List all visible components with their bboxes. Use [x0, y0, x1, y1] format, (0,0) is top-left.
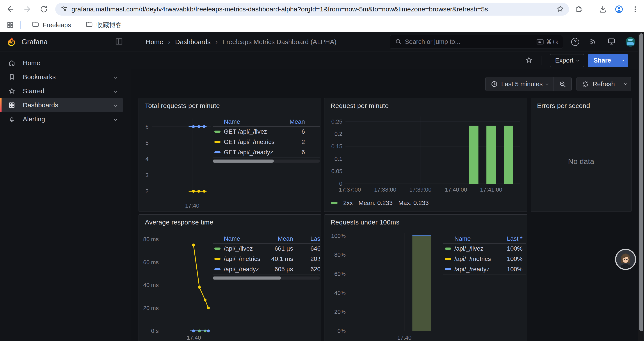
legend-header-name[interactable]: Name	[224, 118, 320, 125]
tv-mode-icon[interactable]	[607, 37, 616, 47]
legend-header-mean[interactable]: Mean	[290, 118, 305, 125]
sidebar-toggle-icon[interactable]	[115, 37, 123, 47]
series-mean: 6	[302, 149, 305, 156]
series-name[interactable]: 2xx	[343, 199, 353, 206]
legend-row: GET /api/_/metrics 2	[212, 137, 320, 147]
legend-scrollbar[interactable]	[212, 160, 320, 163]
series-swatch	[214, 247, 220, 250]
legend-header-name[interactable]: Name	[224, 235, 320, 242]
svg-text:40%: 40%	[334, 290, 346, 296]
zoom-out-time-button[interactable]	[554, 77, 572, 91]
breadcrumb-separator: ›	[168, 38, 170, 46]
profile-icon[interactable]	[614, 5, 624, 14]
search-box[interactable]: ⌘+k	[390, 35, 563, 49]
toolbar-divider	[591, 6, 592, 13]
bookmark-folder-freeleaps[interactable]: Freeleaps	[28, 19, 74, 31]
chevron-down-icon[interactable]	[114, 76, 117, 79]
average-response-time-chart[interactable]: 80 ms60 ms40 ms20 ms0 s17:40	[142, 228, 214, 341]
svg-text:3: 3	[146, 172, 148, 178]
search-icon	[395, 38, 402, 46]
legend-header-last[interactable]: Last *	[507, 235, 522, 242]
scrollbar-thumb[interactable]	[640, 33, 643, 331]
legend-table: Name Last * /api/_/livez 100% /api/_/met…	[443, 234, 526, 274]
svg-text:60 ms: 60 ms	[143, 259, 159, 265]
star-icon	[8, 88, 15, 95]
news-rss-icon[interactable]	[589, 38, 597, 46]
svg-text:17:40: 17:40	[397, 334, 412, 341]
series-name[interactable]: GET /api/_/readyz	[224, 149, 320, 156]
chevron-down-icon[interactable]	[114, 104, 117, 107]
svg-text:5: 5	[146, 140, 148, 146]
panel-title[interactable]: Average response time	[145, 219, 213, 226]
sidebar-item-label: Alerting	[23, 115, 45, 123]
clock-icon	[491, 81, 498, 88]
svg-text:17:41:00: 17:41:00	[480, 186, 502, 193]
favorite-dashboard-icon[interactable]	[525, 56, 533, 65]
apps-grid-icon[interactable]	[6, 21, 14, 30]
panel-errors-per-second: Errors per second No data	[531, 98, 632, 212]
sidebar-item-label: Bookmarks	[23, 73, 56, 81]
series-name[interactable]: GET /api/_/livez	[224, 128, 320, 135]
svg-text:40 ms: 40 ms	[143, 282, 159, 288]
downloads-icon[interactable]	[598, 5, 608, 14]
page-scrollbar[interactable]	[638, 32, 644, 341]
svg-text:80 ms: 80 ms	[143, 236, 159, 242]
forward-button[interactable]	[22, 5, 32, 14]
bookmark-label: Freeleaps	[43, 22, 71, 29]
sidebar-item-alerting[interactable]: Alerting	[0, 112, 123, 126]
keyboard-shortcut: ⌘+k	[536, 38, 558, 46]
help-icon[interactable]: ?	[571, 38, 579, 46]
sidebar-item-starred[interactable]: Starred	[0, 84, 123, 98]
series-name[interactable]: /api/_/readyz	[224, 266, 320, 273]
sidebar-item-dashboards[interactable]: Dashboards	[0, 98, 123, 112]
sidebar-item-home[interactable]: Home	[0, 56, 123, 70]
request-per-minute-chart[interactable]: 0.250.20.150.10.05017:37:0017:38:0017:39…	[328, 110, 524, 209]
requests-under-100ms-chart[interactable]: 100%80%60%40%20%0%17:40	[328, 228, 448, 341]
panel-title[interactable]: Total requests per minute	[145, 102, 220, 110]
series-last: 100%	[507, 266, 522, 273]
bookmark-folder-blogs[interactable]: 收藏博客	[82, 19, 126, 31]
bell-icon	[8, 116, 15, 123]
chevron-down-icon	[576, 58, 579, 62]
brand-title[interactable]: Grafana	[22, 38, 48, 46]
svg-text:17:37:00: 17:37:00	[339, 186, 361, 193]
browser-menu-icon[interactable]	[630, 5, 640, 14]
share-button[interactable]: Share	[588, 54, 617, 67]
sidebar-item-bookmarks[interactable]: Bookmarks	[0, 70, 123, 84]
user-avatar[interactable]	[626, 37, 635, 47]
breadcrumb-home[interactable]: Home	[146, 38, 163, 46]
panel-title[interactable]: Errors per second	[537, 102, 590, 110]
bookmark-star-icon[interactable]	[556, 5, 564, 14]
keyboard-icon	[536, 39, 544, 45]
bookmark-icon	[8, 74, 15, 81]
legend-header-mean[interactable]: Mean	[278, 235, 293, 242]
export-button[interactable]: Export	[550, 54, 584, 67]
chevron-down-icon[interactable]	[114, 118, 117, 121]
breadcrumb-dashboards[interactable]: Dashboards	[175, 38, 211, 46]
panel-title[interactable]: Request per minute	[330, 102, 389, 110]
legend-header-last[interactable]: Las	[310, 235, 320, 242]
refresh-button[interactable]: Refresh	[577, 77, 620, 91]
svg-text:0.05: 0.05	[331, 168, 342, 174]
series-last: 20.5 r	[310, 255, 320, 262]
legend-scrollbar[interactable]	[212, 276, 320, 279]
back-button[interactable]	[6, 5, 15, 14]
extensions-icon[interactable]	[575, 5, 584, 14]
search-input[interactable]	[405, 38, 536, 46]
series-name[interactable]: /api/_/livez	[224, 245, 320, 252]
address-bar[interactable]	[55, 3, 569, 16]
refresh-interval-button[interactable]	[620, 77, 631, 91]
breadcrumb-separator: ›	[216, 38, 218, 46]
assistant-avatar-button[interactable]	[615, 249, 636, 270]
browser-window: Freeleaps 收藏博客 Grafana Home › Das	[0, 0, 644, 341]
subheader-divider	[541, 56, 542, 65]
site-settings-icon[interactable]	[60, 5, 68, 14]
series-name[interactable]: GET /api/_/metrics	[224, 138, 320, 146]
url-input[interactable]	[72, 6, 556, 13]
reload-button[interactable]	[39, 5, 49, 14]
share-menu-button[interactable]	[617, 54, 628, 67]
time-range-picker[interactable]: Last 5 minutes	[486, 77, 554, 91]
chevron-down-icon[interactable]	[114, 90, 117, 93]
total-requests-chart[interactable]: 6543217:40	[142, 114, 214, 212]
panel-title[interactable]: Requests under 100ms	[330, 219, 400, 226]
